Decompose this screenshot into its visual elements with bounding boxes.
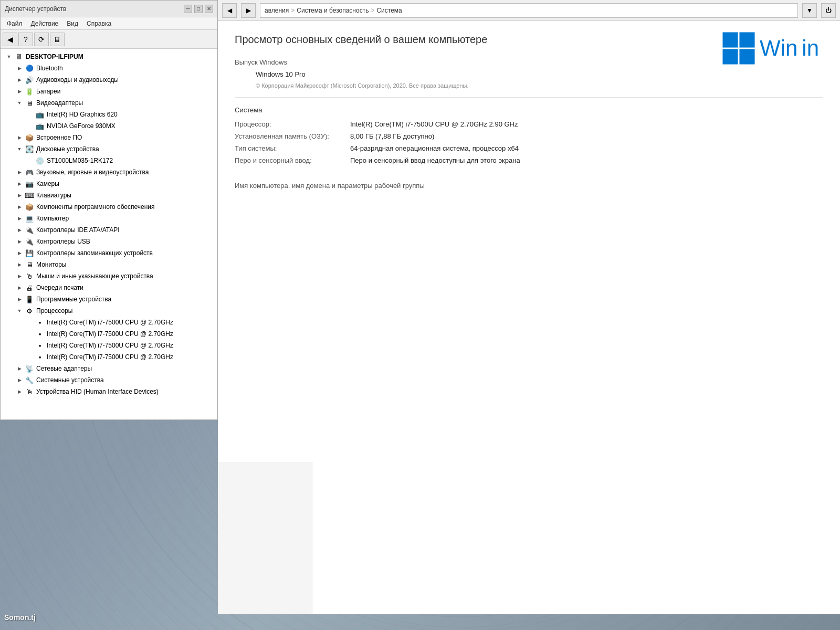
tree-software-comp[interactable]: ▶ 📦 Компоненты программного обеспечения: [1, 201, 217, 213]
tree-bluetooth[interactable]: ▶ 🔵 Bluetooth: [1, 62, 217, 74]
cpu-core-2-label: Intel(R) Core(TM) i7-7500U CPU @ 2.70GHz: [47, 330, 173, 338]
cpu-core-icon-2: ▪: [35, 329, 45, 339]
expand-keyboard-icon: ▶: [15, 191, 24, 200]
expand-st-disk-icon: [26, 156, 34, 165]
sys-forward-button[interactable]: ▶: [241, 3, 256, 18]
tree-battery[interactable]: ▶ 🔋 Батареи: [1, 86, 217, 97]
processor-label: Процессор:: [235, 120, 350, 128]
mouse-label: Мыши и иные указывающие устройства: [36, 272, 153, 280]
expand-hid-icon: ▶: [15, 387, 24, 396]
menu-file[interactable]: Файл: [3, 19, 27, 28]
sys-refresh-button[interactable]: ⏻: [821, 3, 836, 18]
audio-icon: 🔊: [25, 75, 34, 85]
tree-cpu-core-4[interactable]: ▪ Intel(R) Core(TM) i7-7500U CPU @ 2.70G…: [1, 351, 217, 363]
tree-computer[interactable]: ▶ 💻 Компьютер: [1, 213, 217, 224]
expand-battery-icon: ▶: [15, 87, 24, 96]
battery-label: Батареи: [36, 88, 60, 95]
computer-sub-icon: 💻: [25, 214, 34, 223]
toolbar-monitor[interactable]: 🖥: [50, 33, 65, 46]
expand-computer-icon: ▶: [15, 214, 24, 223]
software-dev-label: Программные устройства: [36, 296, 111, 303]
tree-root-label: DESKTOP-ILFIPUM: [26, 53, 83, 60]
mouse-icon: 🖱: [25, 271, 34, 281]
system-type-row: Тип системы: 64-разрядная операционная с…: [235, 144, 823, 152]
expand-root-icon: ▼: [5, 52, 13, 61]
tree-root[interactable]: ▼ 🖥 DESKTOP-ILFIPUM: [1, 51, 217, 62]
menu-help[interactable]: Справка: [82, 19, 116, 28]
tree-network[interactable]: ▶ 📡 Сетевые адаптеры: [1, 363, 217, 374]
expand-sound-icon: ▶: [15, 168, 24, 176]
device-manager-window: Диспетчер устройств ─ □ ✕ Файл Действие …: [0, 0, 218, 420]
tree-disks[interactable]: ▼ 💽 Дисковые устройства: [1, 143, 217, 155]
usb-label: Контроллеры USB: [36, 238, 90, 245]
tree-audio[interactable]: ▶ 🔊 Аудиовходы и аудиовыходы: [1, 74, 217, 86]
ram-value: 8,00 ГБ (7,88 ГБ доступно): [350, 132, 434, 140]
toolbar-update[interactable]: ⟳: [34, 33, 49, 46]
tree-cpu-core-3[interactable]: ▪ Intel(R) Core(TM) i7-7500U CPU @ 2.70G…: [1, 340, 217, 351]
toolbar-properties[interactable]: ?: [18, 33, 33, 46]
bluetooth-icon: 🔵: [25, 64, 34, 73]
tree-monitors[interactable]: ▶ 🖥 Мониторы: [1, 259, 217, 270]
ram-label: Установленная память (ОЗУ):: [235, 132, 350, 140]
tree-st-disk[interactable]: 💿 ST1000LM035-1RK172: [1, 155, 217, 166]
system-dev-label: Системные устройства: [36, 376, 104, 384]
expand-cpu-core-4-icon: [26, 353, 34, 361]
tree-hid[interactable]: ▶ 🖱 Устройства HID (Human Interface Devi…: [1, 386, 217, 397]
tree-firmware[interactable]: ▶ 📦 Встроенное ПО: [1, 132, 217, 143]
tree-usb[interactable]: ▶ 🔌 Контроллеры USB: [1, 236, 217, 247]
expand-cpu-core-1-icon: [26, 318, 34, 327]
minimize-button[interactable]: ─: [184, 5, 192, 13]
tree-cpu[interactable]: ▼ ⚙ Процессоры: [1, 305, 217, 317]
tree-storage-ctrl[interactable]: ▶ 💾 Контроллеры запоминающих устройств: [1, 247, 217, 259]
sys-dropdown-button[interactable]: ▼: [802, 3, 817, 18]
toolbar-back[interactable]: ◀: [3, 33, 17, 46]
firmware-icon: 📦: [25, 133, 34, 142]
svg-rect-0: [722, 32, 738, 47]
disk-group-icon: 💽: [25, 144, 34, 154]
tree-sound[interactable]: ▶ 🎮 Звуковые, игровые и видеоустройства: [1, 166, 217, 178]
expand-cpu-icon: ▼: [15, 307, 24, 315]
cpu-label: Процессоры: [36, 307, 73, 314]
sys-back-button[interactable]: ◀: [222, 3, 237, 18]
tree-software-dev[interactable]: ▶ 📱 Программные устройства: [1, 293, 217, 305]
tree-keyboard[interactable]: ▶ ⌨ Клавиатуры: [1, 190, 217, 201]
tree-intel-gpu[interactable]: 📺 Intel(R) HD Graphics 620: [1, 109, 217, 120]
processor-value: Intel(R) Core(TM) i7-7500U CPU @ 2.70GHz…: [350, 120, 518, 128]
windows-edition-value: Windows 10 Pro: [235, 70, 306, 78]
tree-cpu-core-2[interactable]: ▪ Intel(R) Core(TM) i7-7500U CPU @ 2.70G…: [1, 328, 217, 340]
network-icon: 📡: [25, 364, 34, 373]
tree-system-dev[interactable]: ▶ 🔧 Системные устройства: [1, 374, 217, 386]
tree-camera[interactable]: ▶ 📷 Камеры: [1, 178, 217, 190]
expand-monitors-icon: ▶: [15, 260, 24, 269]
sep-2: >: [371, 7, 374, 14]
expand-bluetooth-icon: ▶: [15, 64, 24, 72]
tree-print[interactable]: ▶ 🖨 Очереди печати: [1, 282, 217, 293]
system-dev-icon: 🔧: [25, 375, 34, 385]
camera-label: Камеры: [36, 180, 59, 187]
system-type-label: Тип системы:: [235, 144, 350, 152]
cpu-core-3-label: Intel(R) Core(TM) i7-7500U CPU @ 2.70GHz: [47, 342, 173, 349]
bluetooth-label: Bluetooth: [36, 65, 63, 72]
tree-mouse[interactable]: ▶ 🖱 Мыши и иные указывающие устройства: [1, 270, 217, 282]
tree-nvidia-gpu[interactable]: 📺 NVIDIA GeForce 930MX: [1, 120, 217, 132]
st-disk-label: ST1000LM035-1RK172: [47, 157, 113, 164]
sep-1: >: [291, 7, 295, 14]
camera-icon: 📷: [25, 179, 34, 188]
expand-camera-icon: ▶: [15, 180, 24, 188]
close-button[interactable]: ✕: [205, 5, 213, 13]
address-path[interactable]: авления > Система и безопасность > Систе…: [260, 3, 798, 18]
svg-rect-3: [739, 49, 754, 64]
menu-view[interactable]: Вид: [62, 19, 82, 28]
expand-audio-icon: ▶: [15, 76, 24, 84]
tree-ide[interactable]: ▶ 🔌 Контроллеры IDE ATA/ATAPI: [1, 224, 217, 236]
windows-text: Win: [760, 36, 797, 61]
expand-cpu-core-3-icon: [26, 341, 34, 350]
maximize-button[interactable]: □: [194, 5, 203, 13]
expand-software-dev-icon: ▶: [15, 295, 24, 303]
menu-action[interactable]: Действие: [27, 19, 63, 28]
intel-gpu-label: Intel(R) HD Graphics 620: [47, 111, 118, 118]
print-label: Очереди печати: [36, 284, 83, 291]
tree-video[interactable]: ▼ 🖥 Видеоадаптеры: [1, 97, 217, 109]
expand-network-icon: ▶: [15, 364, 24, 373]
tree-cpu-core-1[interactable]: ▪ Intel(R) Core(TM) i7-7500U CPU @ 2.70G…: [1, 317, 217, 328]
